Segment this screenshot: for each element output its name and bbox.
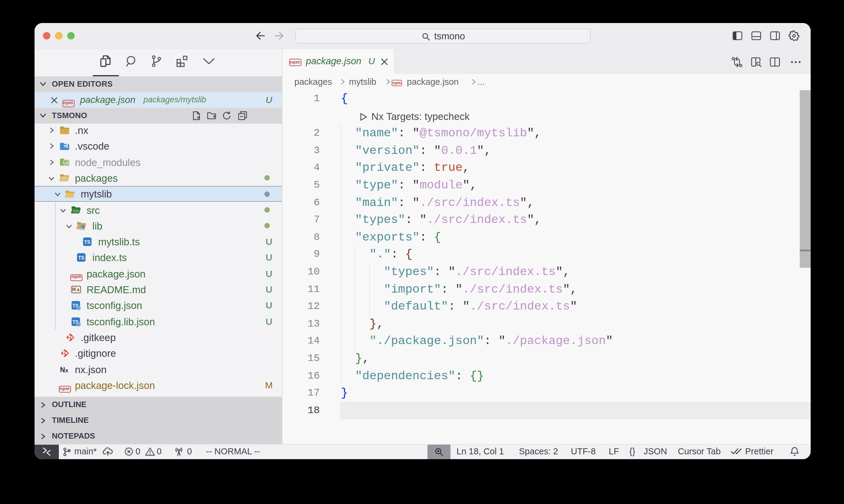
svg-text:x: x bbox=[65, 367, 68, 373]
svg-text:TS: TS bbox=[84, 239, 91, 245]
svg-text:</>: </> bbox=[73, 209, 79, 213]
svg-text:TS: TS bbox=[78, 256, 85, 261]
svg-text:N: N bbox=[60, 365, 65, 374]
svg-text:JS: JS bbox=[63, 161, 67, 164]
